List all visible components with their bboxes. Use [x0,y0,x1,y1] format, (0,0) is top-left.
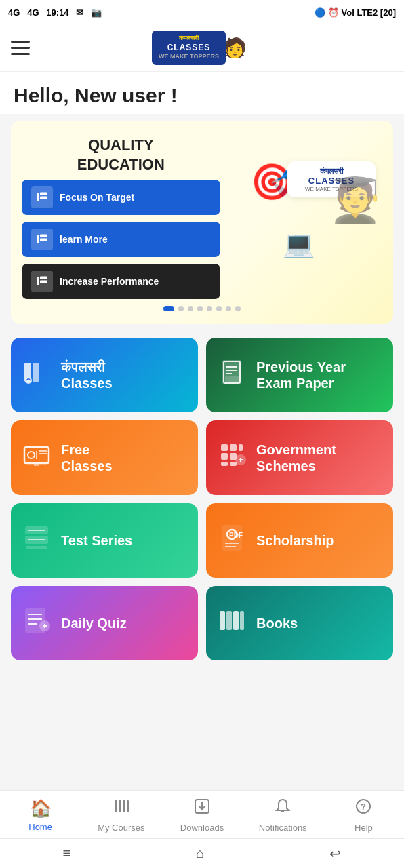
svg-text:?: ? [361,802,366,812]
svg-rect-55 [240,611,244,630]
free-classes-card[interactable]: FreeClasses [11,420,198,495]
scholarship-icon: PDF [217,523,247,559]
nav-notifications[interactable]: Notifications [243,797,323,833]
svg-rect-31 [230,462,237,466]
greeting-text: Hello, New user ! [14,84,390,107]
increase-performance-btn[interactable]: Increase Performance [22,264,220,299]
downloads-nav-icon [193,797,211,820]
focus-target-label: Focus On Target [60,192,134,203]
logo-tagline: WE MAKE TOPPERS [159,53,219,61]
dot-2[interactable] [178,306,184,311]
sys-menu-btn[interactable]: ≡ [63,846,71,861]
learn-more-btn[interactable]: learn More [22,222,220,257]
app-logo: कंपलसरी CLASSES WE MAKE TOPPERS 🧑 [152,31,247,65]
nav-help[interactable]: ? Help [323,797,404,833]
learn-icon [31,229,53,250]
help-nav-label: Help [355,823,373,833]
svg-rect-25 [221,444,228,451]
kampalsari-classes-card[interactable]: कंपलसरीClasses [11,338,198,412]
previous-year-icon [217,357,247,393]
dot-3[interactable] [188,306,193,311]
svg-rect-1 [40,193,47,196]
kampalsari-label: कंपलसरीClasses [61,359,113,391]
svg-rect-58 [123,800,125,812]
home-nav-label: Home [28,822,52,832]
greeting-section: Hello, New user ! [0,72,404,114]
person-figure-icon: 🧑‍🎓 [328,175,382,226]
test-series-label: Test Series [61,532,132,549]
svg-rect-4 [40,235,47,238]
status-bar: 4G 4G 19:14 ✉ 📷 🔵 ⏰ Vol LTE2 [20] [0,0,404,24]
free-classes-icon [22,440,52,476]
svg-rect-17 [225,376,239,382]
scholarship-label: Scholarship [256,532,334,549]
dot-5[interactable] [207,306,212,311]
previous-year-label: Previous Year Exam Paper [256,359,382,391]
previous-year-card[interactable]: Previous Year Exam Paper [206,338,393,412]
nav-home[interactable]: 🏠 Home [0,798,81,832]
svg-rect-24 [34,463,39,466]
logo-hindi: कंपलसरी [159,35,219,43]
hamburger-menu[interactable] [11,41,30,55]
notifications-nav-icon [274,797,291,820]
help-nav-icon: ? [355,797,372,820]
svg-rect-56 [115,800,117,812]
banner-buttons: Focus On Target learn More Increase Perf… [22,180,220,299]
dot-8[interactable] [235,306,241,311]
focus-icon [31,186,53,208]
svg-rect-26 [230,444,237,451]
svg-rect-59 [127,800,129,812]
feature-grid: कंपलसरीClasses Previous Year Exam Paper [0,331,404,667]
daily-quiz-icon [22,606,52,642]
notifications-nav-label: Notifications [259,823,307,833]
svg-rect-2 [40,197,47,200]
govt-schemes-icon [217,440,247,476]
learn-more-label: learn More [60,234,108,245]
svg-rect-28 [221,453,228,460]
svg-rect-3 [37,235,39,243]
svg-rect-52 [220,611,225,630]
system-navigation: ≡ ⌂ ↩ [0,838,404,868]
scholarship-card[interactable]: PDF Scholarship [206,503,393,578]
banner-dots [22,306,382,311]
signal-icons: 4G 4G 19:14 ✉ 📷 [8,7,102,18]
sys-home-btn[interactable]: ⌂ [196,846,204,861]
performance-icon [31,271,53,292]
bottom-spacer [0,667,404,776]
focus-target-btn[interactable]: Focus On Target [22,180,220,215]
svg-rect-6 [37,277,39,285]
daily-quiz-card[interactable]: Daily Quiz [11,586,198,660]
laptop-icon: 💻 [283,229,315,259]
test-series-card[interactable]: Test Series [11,503,198,578]
books-label: Books [256,615,298,631]
banner-layout: QUALITY EDUCATION Focus On Target learn … [22,134,382,299]
svg-rect-5 [40,239,47,242]
test-series-icon [22,523,52,559]
logo-classes: CLASSES [159,43,219,54]
sys-back-btn[interactable]: ↩ [329,846,341,862]
home-nav-icon: 🏠 [30,798,52,819]
svg-rect-30 [221,462,228,466]
downloads-nav-label: Downloads [180,823,224,833]
dot-7[interactable] [226,306,231,311]
dot-4[interactable] [197,306,203,311]
promo-banner: QUALITY EDUCATION Focus On Target learn … [11,121,393,324]
mycourses-nav-icon [113,797,130,820]
banner-title: QUALITY EDUCATION [22,134,220,173]
dot-6[interactable] [216,306,222,311]
nav-mycourses[interactable]: My Courses [81,797,161,833]
svg-rect-37 [26,546,47,549]
logo-box: कंपलसरी CLASSES WE MAKE TOPPERS [152,31,226,65]
nav-downloads[interactable]: Downloads [161,797,242,833]
right-icons: 🔵 ⏰ Vol LTE2 [20] [315,7,396,18]
svg-rect-54 [233,611,239,630]
svg-text:PDF: PDF [229,532,243,539]
bottom-navigation: 🏠 Home My Courses Downloads [0,790,404,838]
svg-rect-53 [226,611,232,630]
books-card[interactable]: Books [206,586,393,660]
kampalsari-icon [22,357,52,393]
mycourses-nav-label: My Courses [98,823,144,833]
govt-schemes-card[interactable]: Government Schemes [206,420,393,495]
dot-1[interactable] [163,306,174,311]
svg-rect-27 [239,444,243,451]
